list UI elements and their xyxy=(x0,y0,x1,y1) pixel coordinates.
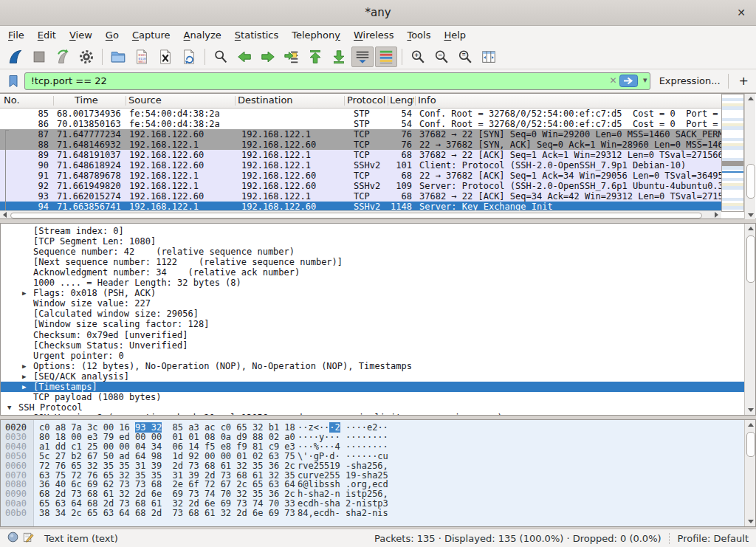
detail-line[interactable]: Acknowledgment number: 34 (relative ack … xyxy=(1,267,744,278)
collapsed-arrow-icon[interactable]: ▶ xyxy=(22,288,26,298)
detail-line[interactable]: Checksum: 0x79ed [unverified] xyxy=(1,330,744,340)
save-file-icon[interactable]: 010101100011 xyxy=(131,47,153,67)
menu-capture[interactable]: Capture xyxy=(126,26,177,44)
menu-telephony[interactable]: Telephony xyxy=(285,26,347,44)
filter-clear-icon[interactable]: ✕ xyxy=(610,75,617,86)
start-capture-icon[interactable] xyxy=(4,47,27,67)
stop-capture-icon[interactable] xyxy=(28,47,50,67)
menu-go[interactable]: Go xyxy=(99,26,126,44)
detail-line[interactable]: ▶Options: (12 bytes), No-Operation (NOP)… xyxy=(1,361,744,371)
restart-capture-icon[interactable] xyxy=(52,47,74,67)
column-header-protocol[interactable]: Protocol xyxy=(344,94,386,107)
collapsed-arrow-icon[interactable]: ▶ xyxy=(22,371,26,382)
scroll-down-icon[interactable] xyxy=(745,405,756,415)
column-separator[interactable] xyxy=(53,96,54,106)
detail-line[interactable]: 1000 .... = Header Length: 32 bytes (8) xyxy=(1,278,744,288)
packet-list-horizontal-scrollbar[interactable] xyxy=(0,210,721,219)
detail-line[interactable]: [Window size scaling factor: 128] xyxy=(1,319,744,329)
status-profile[interactable]: Profile: Default xyxy=(678,533,749,544)
auto-scroll-icon[interactable] xyxy=(351,47,374,67)
intelligent-scrollbar-minimap[interactable] xyxy=(721,94,744,212)
title-bar[interactable]: *any ✕ xyxy=(0,0,756,26)
go-last-packet-icon[interactable] xyxy=(328,47,350,67)
collapsed-arrow-icon[interactable]: ▶ xyxy=(22,382,26,392)
menu-wireless[interactable]: Wireless xyxy=(347,26,400,44)
display-filter-input[interactable] xyxy=(30,74,601,89)
resize-columns-icon[interactable] xyxy=(478,47,500,67)
scroll-up-icon[interactable] xyxy=(745,420,756,430)
close-file-icon[interactable] xyxy=(154,47,176,67)
zoom-in-icon[interactable]: + xyxy=(407,47,429,67)
menu-file[interactable]: File xyxy=(1,26,31,44)
detail-line[interactable]: ▼SSH Protocol xyxy=(1,402,744,413)
detail-line[interactable]: [TCP Segment Len: 1080] xyxy=(1,236,744,247)
column-separator[interactable] xyxy=(388,96,388,106)
detail-line[interactable]: TCP payload (1080 bytes) xyxy=(1,392,744,402)
packet-row-89[interactable]: 8971.648191037192.168.122.60192.168.122.… xyxy=(0,150,721,160)
scroll-down-icon[interactable] xyxy=(745,517,756,526)
packet-list-vertical-scrollbar[interactable] xyxy=(744,94,755,220)
zoom-out-icon[interactable]: − xyxy=(430,47,453,67)
packet-row-88[interactable]: 8871.648146932192.168.122.1192.168.122.6… xyxy=(0,140,721,150)
column-header-no[interactable]: No. xyxy=(0,94,52,107)
zoom-original-icon[interactable]: = xyxy=(454,47,476,67)
column-separator[interactable] xyxy=(126,96,126,106)
go-back-icon[interactable] xyxy=(233,47,255,67)
column-separator[interactable] xyxy=(344,96,345,106)
go-first-packet-icon[interactable] xyxy=(304,47,326,67)
packet-row-87[interactable]: 8771.647777234192.168.122.60192.168.122.… xyxy=(0,129,721,140)
filter-apply-icon[interactable] xyxy=(619,75,638,87)
detail-line[interactable]: [Stream index: 0] xyxy=(1,226,744,236)
packet-row-91[interactable]: 9171.648789678192.168.122.1192.168.122.6… xyxy=(0,171,721,181)
hex-row-00b0[interactable]: 00b038 34 2c 65 63 64 68 2d 73 68 61 32 … xyxy=(1,509,744,518)
filter-bookmark-icon[interactable] xyxy=(4,72,22,91)
column-header-destination[interactable]: Destination xyxy=(235,94,343,107)
menu-view[interactable]: View xyxy=(63,26,99,44)
scroll-thumb[interactable] xyxy=(10,213,702,219)
detail-line[interactable]: Sequence number: 42 (relative sequence n… xyxy=(1,247,744,257)
bytes-vertical-scrollbar[interactable] xyxy=(744,420,755,526)
scroll-left-icon[interactable] xyxy=(0,211,10,219)
expert-info-icon[interactable] xyxy=(7,531,18,545)
filter-add-button[interactable]: + xyxy=(736,74,752,88)
detail-line[interactable]: [Checksum Status: Unverified] xyxy=(1,340,744,351)
column-separator[interactable] xyxy=(235,96,236,106)
scroll-up-icon[interactable] xyxy=(745,94,756,103)
scroll-thumb[interactable] xyxy=(746,432,755,457)
packet-row-85[interactable]: 8568.001734936fe:54:00:d4:38:2aSTP54Conf… xyxy=(0,109,721,119)
scroll-right-icon[interactable] xyxy=(712,211,721,219)
collapsed-arrow-icon[interactable]: ▶ xyxy=(22,361,26,371)
packet-row-92[interactable]: 9271.661949820192.168.122.1192.168.122.6… xyxy=(0,181,721,191)
reload-file-icon[interactable] xyxy=(178,47,200,67)
column-header-source[interactable]: Source xyxy=(126,94,233,107)
detail-line[interactable]: ▶[Timestamps] xyxy=(1,382,744,392)
packet-row-90[interactable]: 9071.648618924192.168.122.60192.168.122.… xyxy=(0,160,721,171)
go-to-packet-icon[interactable] xyxy=(281,47,303,67)
menu-edit[interactable]: Edit xyxy=(31,26,63,44)
menu-help[interactable]: Help xyxy=(437,26,472,44)
column-separator[interactable] xyxy=(415,96,416,106)
open-file-icon[interactable] xyxy=(107,47,129,67)
packet-row-93[interactable]: 9371.662015274192.168.122.60192.168.122.… xyxy=(0,191,721,202)
detail-line[interactable]: ▶Flags: 0x018 (PSH, ACK) xyxy=(1,288,744,298)
scroll-thumb[interactable] xyxy=(746,235,755,283)
detail-line[interactable]: Window size value: 227 xyxy=(1,298,744,309)
column-header-info[interactable]: Info xyxy=(415,94,721,107)
scroll-up-icon[interactable] xyxy=(745,224,756,233)
detail-line[interactable]: ▶[SEQ/ACK analysis] xyxy=(1,371,744,382)
filter-dropdown-caret-icon[interactable]: ▾ xyxy=(643,75,647,85)
menu-statistics[interactable]: Statistics xyxy=(228,26,285,44)
column-header-time[interactable]: Time xyxy=(53,94,124,107)
menu-analyze[interactable]: Analyze xyxy=(177,26,228,44)
expanded-arrow-icon[interactable]: ▼ xyxy=(7,402,11,413)
colorize-packets-icon[interactable] xyxy=(375,47,397,67)
capture-comment-icon[interactable] xyxy=(23,531,34,545)
detail-line[interactable]: Urgent pointer: 0 xyxy=(1,351,744,361)
detail-line[interactable]: [Next sequence number: 1122 (relative se… xyxy=(1,257,744,267)
window-close-icon[interactable]: ✕ xyxy=(737,0,746,25)
packet-row-86[interactable]: 8670.013850163fe:54:00:d4:38:2aSTP54Conf… xyxy=(0,119,721,129)
expression-button[interactable]: Expression... xyxy=(659,75,721,86)
go-forward-icon[interactable] xyxy=(257,47,279,67)
packet-list-header[interactable]: No.TimeSourceDestinationProtocolLengthIn… xyxy=(0,94,721,109)
find-packet-icon[interactable] xyxy=(210,47,232,67)
